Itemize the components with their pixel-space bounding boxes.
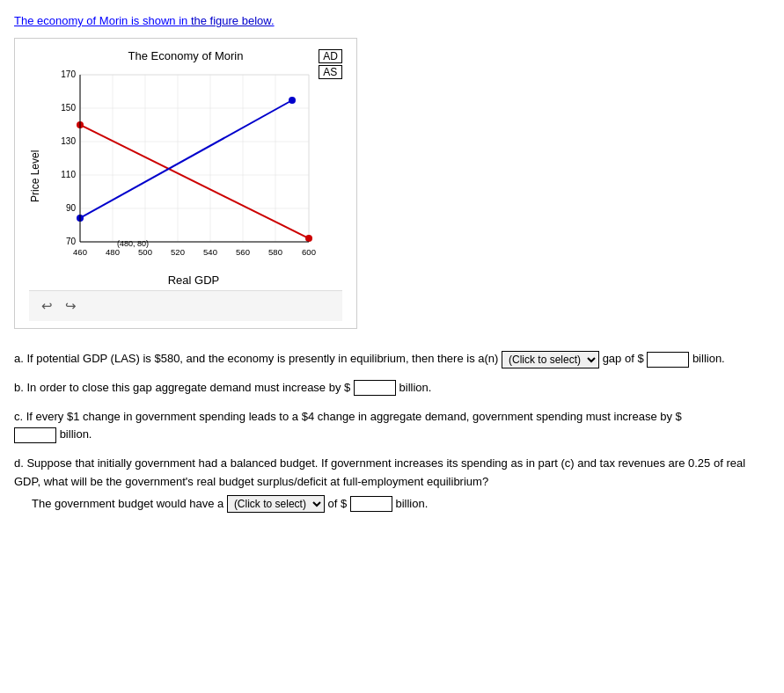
question-d-text1: d. Suppose that initially government had… bbox=[14, 456, 745, 488]
question-d-sub: The government budget would have a (Clic… bbox=[32, 495, 770, 514]
x-tick-540: 540 bbox=[203, 247, 217, 257]
question-a-text3: billion. bbox=[692, 352, 725, 365]
legend-as[interactable]: AS bbox=[319, 65, 342, 79]
y-tick-170: 170 bbox=[61, 69, 76, 79]
y-tick-130: 130 bbox=[61, 136, 76, 146]
question-b-input[interactable] bbox=[354, 380, 396, 396]
intro-text-after: . bbox=[271, 14, 275, 27]
intro-paragraph: The economy of Morin is shown in the fig… bbox=[14, 14, 770, 27]
question-c: c. If every $1 change in government spen… bbox=[14, 408, 770, 445]
question-b-text1: b. In order to close this gap aggregate … bbox=[14, 381, 350, 394]
x-tick-520: 520 bbox=[171, 247, 185, 257]
question-b-text2: billion. bbox=[399, 381, 432, 394]
x-tick-600: 600 bbox=[302, 247, 316, 257]
question-d: d. Suppose that initially government had… bbox=[14, 455, 770, 513]
question-a-select[interactable]: (Click to select) recessionary inflation… bbox=[502, 351, 599, 368]
y-tick-150: 150 bbox=[61, 103, 76, 113]
x-tick-460: 460 bbox=[73, 247, 87, 257]
svg-rect-1 bbox=[80, 75, 309, 242]
x-tick-480: 480 bbox=[106, 247, 120, 257]
x-tick-580: 580 bbox=[268, 247, 282, 257]
question-a: a. If potential GDP (LAS) is $580, and t… bbox=[14, 350, 770, 368]
question-a-input[interactable] bbox=[647, 352, 689, 368]
x-tick-500: 500 bbox=[138, 247, 152, 257]
chart-title: The Economy of Morin bbox=[29, 49, 342, 62]
question-c-text1: c. If every $1 change in government spen… bbox=[14, 410, 682, 423]
chart-legend: AD AS bbox=[319, 49, 342, 79]
intro-text-before: The economy of Morin is shown in bbox=[14, 14, 191, 27]
intersection-label: (480, 80) bbox=[117, 239, 149, 248]
undo-button[interactable]: ↩ bbox=[38, 296, 56, 316]
x-axis-label: Real GDP bbox=[45, 274, 342, 287]
x-tick-560: 560 bbox=[236, 247, 250, 257]
chart-container: The Economy of Morin AD AS Price Level bbox=[14, 38, 357, 329]
chart-svg: 170 150 130 110 90 70 460 480 500 520 54… bbox=[45, 66, 318, 268]
intro-link: the figure below bbox=[191, 14, 271, 27]
question-c-text2: billion. bbox=[60, 427, 92, 441]
question-a-text1: a. If potential GDP (LAS) is $580, and t… bbox=[14, 352, 502, 365]
y-axis-label: Price Level bbox=[29, 66, 41, 287]
question-d-input[interactable] bbox=[350, 496, 392, 512]
question-d-sub-text2: of $ bbox=[328, 497, 348, 510]
y-tick-70: 70 bbox=[66, 237, 77, 246]
chart-toolbar: ↩ ↪ bbox=[29, 290, 342, 321]
ad-endpoint bbox=[305, 235, 312, 242]
question-d-sub-text3: billion. bbox=[395, 497, 428, 510]
y-tick-90: 90 bbox=[66, 203, 77, 213]
questions-section: a. If potential GDP (LAS) is $580, and t… bbox=[14, 350, 770, 514]
question-c-input[interactable] bbox=[14, 427, 56, 443]
question-a-text2: gap of $ bbox=[603, 352, 644, 365]
as-endpoint bbox=[289, 97, 296, 104]
redo-button[interactable]: ↪ bbox=[62, 296, 80, 316]
chart-inner: 170 150 130 110 90 70 460 480 500 520 54… bbox=[45, 66, 342, 287]
question-b: b. In order to close this gap aggregate … bbox=[14, 379, 770, 398]
y-tick-110: 110 bbox=[61, 170, 76, 179]
legend-ad[interactable]: AD bbox=[319, 49, 342, 63]
chart-area: Price Level bbox=[29, 66, 342, 287]
question-d-select[interactable]: (Click to select) surplus deficit bbox=[227, 495, 325, 513]
question-d-sub-text1: The government budget would have a bbox=[32, 497, 227, 510]
